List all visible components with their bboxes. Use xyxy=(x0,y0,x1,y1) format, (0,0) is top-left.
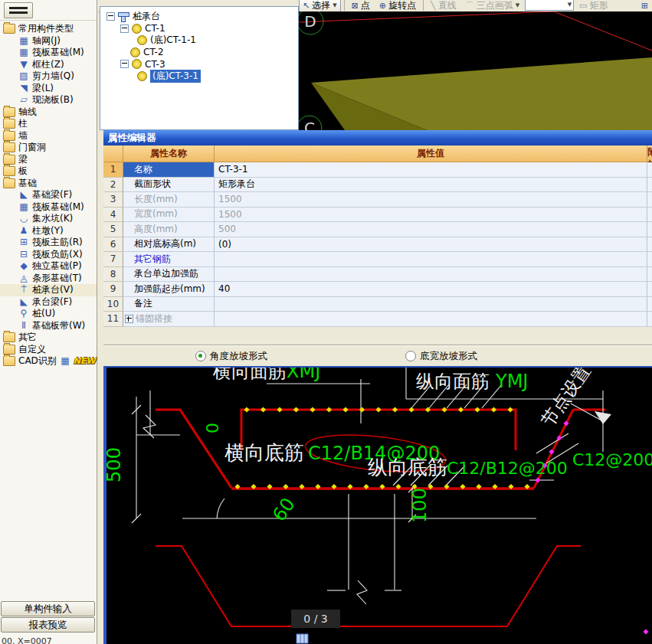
chevron-down-icon[interactable]: ▼ xyxy=(333,2,336,8)
collapse-expander-icon[interactable] xyxy=(120,60,129,68)
report-preview-button[interactable]: 报表预览 xyxy=(1,617,95,633)
menu-icon xyxy=(9,7,28,9)
property-row-anchor-lap[interactable]: 11 锚固搭接 xyxy=(103,312,652,327)
sidebar-item-pile[interactable]: 桩(U) xyxy=(0,308,97,320)
sidebar-item-sump-pit[interactable]: 集水坑(K) xyxy=(0,213,97,225)
sidebar-item-pile-cap[interactable]: 桩承台(V) xyxy=(0,284,97,296)
sidebar-bottom-buttons: 单构件输入 报表预览 xyxy=(0,600,97,633)
sidebar-item-column-pier[interactable]: 柱墩(Y) xyxy=(0,225,97,237)
value-cell[interactable]: (0) xyxy=(215,237,647,253)
sidebar-item-shear-wall[interactable]: 剪力墙(Q) xyxy=(0,70,97,83)
point-tool-button[interactable]: ⊠ 点 xyxy=(348,0,374,11)
folder-icon xyxy=(3,107,15,117)
property-row-strengthen-rebar-start[interactable]: 9 加强筋起步(mm) 40 xyxy=(103,282,652,297)
sidebar-folder-other[interactable]: 其它 xyxy=(0,332,97,344)
tree-node-ct1-1[interactable]: (底)CT-1-1 xyxy=(100,34,298,47)
menu-button[interactable] xyxy=(4,2,33,18)
sidebar-item-raft-foundation2[interactable]: 筏板基础(M) xyxy=(0,201,97,214)
rectangle-tool-button[interactable]: ▭ 矩形 xyxy=(575,0,611,11)
tree-node-ct3-1-selected[interactable]: (底)CT-3-1 xyxy=(100,70,298,83)
folder-icon xyxy=(3,119,15,129)
column-pier-icon xyxy=(18,226,29,236)
sidebar-item-foundation-slab-band[interactable]: 基础板带(W) xyxy=(0,320,97,332)
sidebar-folder-beam[interactable]: 梁 xyxy=(0,154,97,166)
value-cell[interactable] xyxy=(215,252,647,267)
sidebar-item-strip-foundation[interactable]: 条形基础(T) xyxy=(0,273,97,285)
viewport-3d[interactable]: D C xyxy=(299,11,652,130)
property-row-other-rebar[interactable]: 7 其它钢筋 xyxy=(103,252,652,267)
chevron-down-icon: ▼ xyxy=(568,2,572,8)
toolbar-separator xyxy=(344,0,345,11)
cap-beam-icon xyxy=(18,297,29,307)
component-gear-icon xyxy=(132,24,142,34)
property-row-remark[interactable]: 10 备注 xyxy=(103,297,652,312)
sidebar-folder-foundation[interactable]: 基础 xyxy=(0,178,97,190)
value-cell[interactable]: 1500 xyxy=(215,208,647,223)
mini-layer-icon[interactable] xyxy=(297,634,308,643)
sidebar-item-raft-foundation[interactable]: 筏板基础(M) xyxy=(0,47,97,59)
value-cell[interactable]: 矩形承台 xyxy=(215,178,647,193)
column-header-extra: 附加 xyxy=(647,145,652,162)
sidebar-folder-common-types[interactable]: 常用构件类型 xyxy=(0,23,97,35)
component-gear-icon xyxy=(137,71,147,81)
tree-node-pile-cap-root[interactable]: 桩承台 xyxy=(100,11,298,23)
sidebar-folder-custom[interactable]: 自定义 xyxy=(0,344,97,356)
sidebar-folder-slab[interactable]: 板 xyxy=(0,165,97,178)
value-cell[interactable] xyxy=(215,312,647,327)
sidebar-folder-column[interactable]: 柱 xyxy=(0,118,97,130)
rotate-point-tool-button[interactable]: ⊕ 旋转点 xyxy=(375,0,420,11)
tree-node-ct1[interactable]: CT-1 xyxy=(100,23,298,35)
property-row-relative-bottom-elevation[interactable]: 6 相对底标高(m) (0) xyxy=(103,237,652,253)
tree-node-ct2[interactable]: CT-2 xyxy=(100,47,298,59)
column-header-name: 属性名称 xyxy=(123,145,215,162)
style-combobox[interactable]: ▼ xyxy=(525,0,574,11)
label-transverse-bottom-rebar: 横向底筋 xyxy=(224,441,304,464)
sidebar-item-independent-foundation[interactable]: 独立基础(P) xyxy=(0,260,97,273)
sidebar-item-beam[interactable]: 梁(L) xyxy=(0,83,97,95)
sidebar-folder-axis[interactable]: 轴线 xyxy=(0,106,97,119)
sidebar-folder-door-window[interactable]: 门窗洞 xyxy=(0,142,97,154)
property-row-cap-edge-strengthen-rebar[interactable]: 8 承台单边加强筋 xyxy=(103,267,652,283)
beam-icon xyxy=(18,83,29,93)
property-row-length[interactable]: 3 长度(mm) 1500 xyxy=(103,192,652,208)
radio-bottom-width-slope-mode[interactable]: 底宽放坡形式 xyxy=(405,350,477,363)
single-component-input-button[interactable]: 单构件输入 xyxy=(1,601,95,616)
rectangle-icon: ▭ xyxy=(579,1,587,11)
sidebar-item-frame-column[interactable]: 框柱(Z) xyxy=(0,59,97,71)
sidebar-folder-wall[interactable]: 墙 xyxy=(0,130,97,142)
collapse-expander-icon[interactable] xyxy=(106,12,115,21)
select-tool-button[interactable]: ↖ 选择 ▼ xyxy=(299,0,341,11)
line-tool-button[interactable]: ╲ 直线 xyxy=(427,0,460,11)
sump-pit-icon xyxy=(18,214,29,224)
sidebar-folder-cad-recognition[interactable]: CAD识别 NEW xyxy=(0,355,97,368)
three-point-arc-tool-button[interactable]: ⌒ 三点画弧 ▼ xyxy=(462,0,523,11)
sidebar-item-cap-beam[interactable]: 承台梁(F) xyxy=(0,296,97,309)
sidebar-item-raft-negative-rebar[interactable]: 筏板负筋(X) xyxy=(0,249,97,261)
property-row-section-shape[interactable]: 2 截面形状 矩形承台 xyxy=(103,178,652,193)
collapse-expander-icon[interactable] xyxy=(120,25,129,33)
expand-plus-icon[interactable] xyxy=(125,315,133,323)
component-tree-panel: 桩承台 CT-1 (底)CT-1-1 CT-2 CT-3 (底)CT-3-1 xyxy=(100,6,299,130)
sidebar-item-raft-main-rebar[interactable]: 筏板主筋(R) xyxy=(0,237,97,249)
cad-drawing-canvas[interactable]: 横向面筋 XMJ 纵向面筋 YMJ 横向底筋 C12/B14@200 纵向底筋 … xyxy=(103,368,652,644)
value-cell[interactable] xyxy=(215,267,647,283)
dim-zero: 0 xyxy=(203,423,222,433)
grid-tool-button[interactable]: ⊞ xyxy=(637,0,652,11)
independent-foundation-icon xyxy=(18,261,29,271)
value-cell[interactable]: 40 xyxy=(215,282,647,297)
property-row-width[interactable]: 4 宽度(mm) 1500 xyxy=(103,208,652,223)
value-cell[interactable]: CT-3-1 xyxy=(215,162,647,178)
tree-node-ct3[interactable]: CT-3 xyxy=(100,58,298,70)
value-cell[interactable] xyxy=(215,297,647,312)
property-editor-titlebar[interactable]: 属性编辑器 xyxy=(103,130,652,145)
value-cell[interactable]: 500 xyxy=(215,222,647,237)
label-longitudinal-bottom-rebar: 纵向底筋 xyxy=(368,456,447,479)
property-row-name[interactable]: 1 名称 CT-3-1 xyxy=(103,162,652,178)
sidebar-toolbar xyxy=(0,0,97,21)
value-cell[interactable]: 1500 xyxy=(215,192,647,208)
sidebar-item-foundation-beam[interactable]: 基础梁(F) xyxy=(0,189,97,201)
sidebar-item-axis-grid[interactable]: 轴网(J) xyxy=(0,35,97,47)
sidebar-item-cast-slab[interactable]: 现浇板(B) xyxy=(0,94,97,106)
property-row-height[interactable]: 5 高度(mm) 500 xyxy=(103,222,652,237)
radio-angle-slope-mode[interactable]: 角度放坡形式 xyxy=(195,350,267,363)
